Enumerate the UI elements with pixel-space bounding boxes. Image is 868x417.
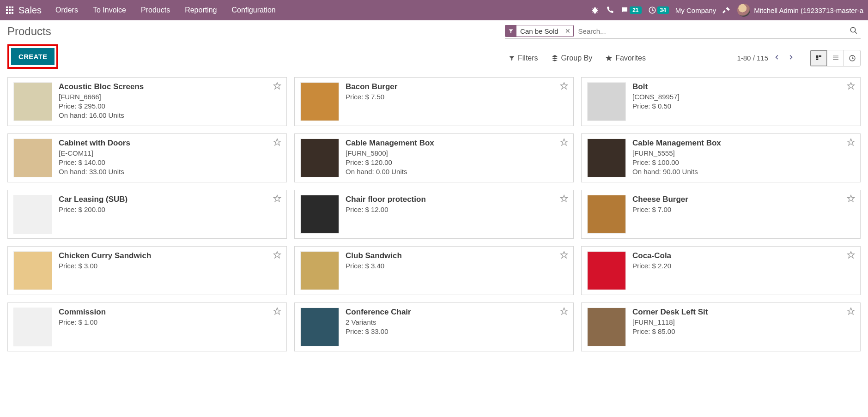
groupby-button[interactable]: Group By bbox=[551, 54, 593, 62]
product-price: Price: $ 120.00 bbox=[346, 158, 568, 166]
nav-reporting[interactable]: Reporting bbox=[177, 0, 224, 20]
create-button-highlight: CREATE bbox=[7, 44, 58, 69]
view-switcher bbox=[810, 50, 861, 66]
product-card[interactable]: Acoustic Bloc Screens[FURN_6666]Price: $… bbox=[7, 77, 287, 126]
clock-icon[interactable]: 34 bbox=[648, 0, 669, 20]
pager: 1-80 / 115 bbox=[737, 52, 796, 64]
apps-icon[interactable] bbox=[3, 6, 17, 14]
product-thumbnail bbox=[587, 251, 626, 290]
product-price: Price: $ 7.50 bbox=[346, 93, 568, 101]
favorite-star-icon[interactable] bbox=[559, 81, 569, 92]
product-name: Chicken Curry Sandwich bbox=[59, 251, 281, 260]
product-onhand: On hand: 16.00 Units bbox=[59, 111, 281, 119]
product-thumbnail bbox=[13, 82, 52, 121]
product-price: Price: $ 295.00 bbox=[59, 102, 281, 110]
product-card[interactable]: Car Leasing (SUB)Price: $ 200.00 bbox=[7, 190, 287, 239]
svg-rect-4 bbox=[9, 9, 11, 11]
user-avatar bbox=[737, 4, 750, 17]
filters-button[interactable]: Filters bbox=[509, 54, 538, 62]
product-sku: [E-COM11] bbox=[59, 149, 281, 157]
company-switcher[interactable]: My Company bbox=[675, 0, 716, 20]
svg-rect-13 bbox=[816, 58, 818, 60]
search-tools: Filters Group By Favorites 1-80 / 115 bbox=[505, 50, 861, 66]
favorite-star-icon[interactable] bbox=[559, 194, 569, 205]
favorite-star-icon[interactable] bbox=[846, 81, 856, 92]
product-price: Price: $ 3.00 bbox=[59, 262, 281, 270]
chat-icon[interactable]: 21 bbox=[620, 0, 641, 20]
product-card[interactable]: Bacon BurgerPrice: $ 7.50 bbox=[294, 77, 574, 126]
pager-range[interactable]: 1-80 / 115 bbox=[737, 54, 768, 62]
favorite-star-icon[interactable] bbox=[273, 307, 282, 317]
nav-products[interactable]: Products bbox=[134, 0, 177, 20]
pager-next[interactable] bbox=[786, 52, 796, 64]
product-sku: [FURN_6666] bbox=[59, 93, 281, 101]
product-name: Coca-Cola bbox=[632, 251, 855, 260]
product-card[interactable]: Cheese BurgerPrice: $ 7.00 bbox=[581, 190, 861, 239]
product-name: Club Sandwich bbox=[346, 251, 568, 260]
search-icon[interactable] bbox=[847, 26, 861, 36]
favorite-star-icon[interactable] bbox=[273, 81, 282, 92]
app-brand[interactable]: Sales bbox=[17, 5, 48, 16]
svg-rect-3 bbox=[6, 9, 8, 11]
top-nav: Sales Orders To Invoice Products Reporti… bbox=[0, 0, 868, 20]
product-card[interactable]: Chair floor protectionPrice: $ 12.00 bbox=[294, 190, 574, 239]
create-button[interactable]: CREATE bbox=[11, 48, 55, 65]
product-card[interactable]: Cable Management Box[FURN_5555]Price: $ … bbox=[581, 133, 861, 182]
product-card[interactable]: Corner Desk Left Sit[FURN_1118]Price: $ … bbox=[581, 302, 861, 351]
product-thumbnail bbox=[587, 195, 626, 234]
product-card[interactable]: Cable Management Box[FURN_5800]Price: $ … bbox=[294, 133, 574, 182]
favorite-star-icon[interactable] bbox=[273, 250, 282, 261]
nav-to-invoice[interactable]: To Invoice bbox=[85, 0, 134, 20]
search-input[interactable] bbox=[577, 25, 847, 37]
favorite-star-icon[interactable] bbox=[846, 250, 856, 261]
product-card[interactable]: Chicken Curry SandwichPrice: $ 3.00 bbox=[7, 246, 287, 295]
tools-icon[interactable] bbox=[722, 0, 731, 20]
kanban-view-button[interactable] bbox=[810, 50, 827, 66]
product-name: Cheese Burger bbox=[632, 195, 855, 204]
facet-remove[interactable]: ✕ bbox=[562, 25, 573, 36]
nav-orders[interactable]: Orders bbox=[48, 0, 85, 20]
favorites-button[interactable]: Favorites bbox=[605, 54, 646, 62]
product-card[interactable]: CommissionPrice: $ 1.00 bbox=[7, 302, 287, 351]
filter-icon bbox=[505, 25, 516, 36]
favorite-star-icon[interactable] bbox=[559, 138, 569, 148]
product-price: Price: $ 3.40 bbox=[346, 262, 568, 270]
user-menu[interactable]: Mitchell Admin (19233713-master-a bbox=[737, 0, 863, 20]
favorite-star-icon[interactable] bbox=[273, 138, 282, 148]
product-kanban: Acoustic Bloc Screens[FURN_6666]Price: $… bbox=[0, 69, 868, 360]
favorite-star-icon[interactable] bbox=[273, 194, 282, 205]
phone-icon[interactable] bbox=[606, 0, 614, 20]
product-price: Price: $ 85.00 bbox=[632, 327, 855, 335]
product-thumbnail bbox=[13, 251, 52, 290]
product-thumbnail bbox=[300, 195, 339, 234]
product-price: Price: $ 2.20 bbox=[632, 262, 855, 270]
product-sku: [FURN_5800] bbox=[346, 149, 568, 157]
product-card[interactable]: Coca-ColaPrice: $ 2.20 bbox=[581, 246, 861, 295]
product-name: Cable Management Box bbox=[346, 139, 568, 148]
svg-rect-5 bbox=[12, 9, 13, 11]
search-bar[interactable]: Can be Sold ✕ bbox=[505, 25, 861, 39]
favorite-star-icon[interactable] bbox=[559, 250, 569, 261]
favorite-star-icon[interactable] bbox=[846, 194, 856, 205]
product-card[interactable]: Bolt[CONS_89957]Price: $ 0.50 bbox=[581, 77, 861, 126]
activity-view-button[interactable] bbox=[844, 50, 860, 66]
systray: 21 34 My Company Mitchell Admin (1923371… bbox=[591, 0, 865, 20]
product-price: Price: $ 200.00 bbox=[59, 205, 281, 213]
search-facet: Can be Sold ✕ bbox=[505, 25, 574, 37]
favorite-star-icon[interactable] bbox=[846, 138, 856, 148]
control-panel: Products Can be Sold ✕ CREATE Filters Gr… bbox=[0, 20, 868, 69]
product-card[interactable]: Club SandwichPrice: $ 3.40 bbox=[294, 246, 574, 295]
bug-icon[interactable] bbox=[591, 0, 599, 20]
nav-configuration[interactable]: Configuration bbox=[225, 0, 283, 20]
list-view-button[interactable] bbox=[827, 50, 844, 66]
product-card[interactable]: Conference Chair2 VariantsPrice: $ 33.00 bbox=[294, 302, 574, 351]
product-card[interactable]: Cabinet with Doors[E-COM11]Price: $ 140.… bbox=[7, 133, 287, 182]
product-thumbnail bbox=[300, 139, 339, 177]
product-name: Commission bbox=[59, 308, 281, 317]
favorite-star-icon[interactable] bbox=[559, 307, 569, 317]
pager-prev[interactable] bbox=[772, 52, 782, 64]
product-thumbnail bbox=[587, 308, 626, 346]
favorite-star-icon[interactable] bbox=[846, 307, 856, 317]
product-price: Price: $ 33.00 bbox=[346, 327, 568, 335]
product-price: Price: $ 0.50 bbox=[632, 102, 855, 110]
